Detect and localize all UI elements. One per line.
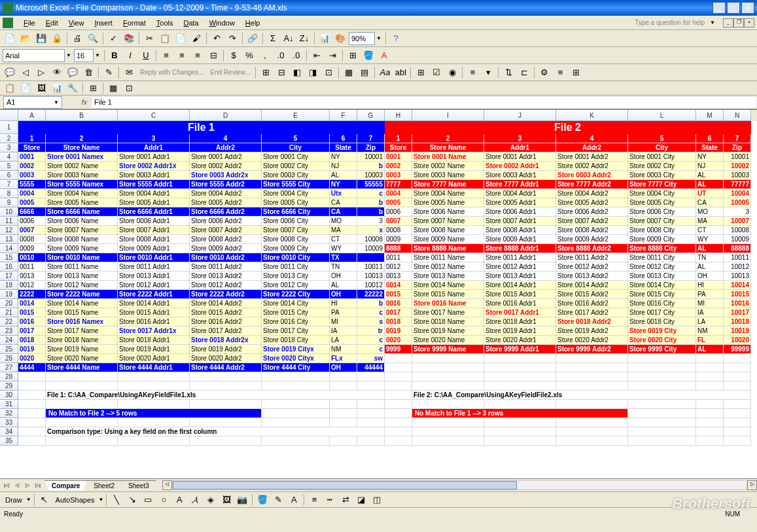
help-dropdown-icon[interactable]: ▼	[710, 20, 715, 26]
draw-dropdown-icon[interactable]: ▼	[26, 497, 31, 503]
file2-r1-c3[interactable]: Store 0002 Addr2	[556, 162, 628, 171]
file2-r6-c6[interactable]: 3	[724, 207, 751, 217]
empty-cell[interactable]	[412, 354, 484, 363]
empty-cell[interactable]	[484, 363, 556, 372]
empty-cell[interactable]	[118, 418, 190, 427]
file2-r0-c5[interactable]: NY	[696, 152, 724, 162]
file1-r9-c4[interactable]: Store 0008 City	[262, 235, 330, 244]
empty-cell[interactable]	[262, 418, 330, 427]
minimize-button[interactable]: _	[713, 2, 726, 14]
spelling-button[interactable]: ✓	[106, 31, 120, 46]
file2-r5-c3[interactable]: Store 0005 Addr2	[556, 198, 628, 207]
file2-colnum-3[interactable]: 3	[484, 134, 556, 143]
file1-r20-c4[interactable]: Store 0018 City	[262, 336, 330, 345]
file1-r8-c3[interactable]: Store 0007 Addr2	[190, 226, 262, 235]
file2-r21-c3[interactable]: Store 9999 Addr2	[556, 345, 628, 354]
file1-r5-c2[interactable]: Store 0005 Addr1	[118, 198, 190, 207]
file2-r13-c5[interactable]: OH	[696, 272, 724, 281]
file2-r17-c4[interactable]: Store 0017 City	[628, 308, 696, 317]
file1-r6-c0[interactable]: 6666	[18, 207, 46, 217]
row-header-34[interactable]: 34	[0, 427, 18, 436]
autosum-button[interactable]: Σ	[266, 31, 280, 46]
file2-r12-c1[interactable]: Store 0012 Name	[412, 262, 484, 272]
col-header-C[interactable]: C	[118, 110, 190, 121]
new-button[interactable]: 📄	[3, 31, 17, 46]
file2-r3-c4[interactable]: Store 7777 City	[628, 180, 696, 189]
empty-cell[interactable]	[190, 436, 262, 446]
menu-view[interactable]: View	[63, 18, 90, 28]
row-header-20[interactable]: 20	[0, 299, 18, 308]
file1-r6-c2[interactable]: Store 6666 Addr1	[118, 207, 190, 217]
file1-r22-c4[interactable]: Store 0020 Cityx	[262, 354, 330, 363]
file1-r10-c3[interactable]: Store 0009 Addr2	[190, 244, 262, 253]
file1-r22-c5[interactable]: FLx	[330, 354, 357, 363]
col-header-G[interactable]: G	[357, 110, 385, 121]
row-header-10[interactable]: 10	[0, 207, 18, 217]
cell[interactable]	[18, 427, 46, 436]
empty-cell[interactable]	[696, 354, 724, 363]
file1-r16-c2[interactable]: Store 0014 Addr1	[118, 299, 190, 308]
no-match-file1[interactable]: No Match to File 1 --> 3 rows	[412, 409, 628, 418]
empty-cell[interactable]	[556, 436, 628, 446]
file1-r0-c1[interactable]: Store 0001 Namex	[46, 152, 118, 162]
sort-asc-button[interactable]: A↓	[281, 31, 296, 46]
file1-colnum-1[interactable]: 1	[18, 134, 46, 143]
file1-r18-c4[interactable]: Store 0016 City	[262, 317, 330, 327]
file2-r2-c4[interactable]: Store 0003 City	[628, 171, 696, 180]
fill-color-button[interactable]: 🪣	[361, 48, 376, 63]
col-header-D[interactable]: D	[190, 110, 262, 121]
file1-r0-c0[interactable]: 0001	[18, 152, 46, 162]
file1-r7-c5[interactable]: MO	[330, 217, 357, 226]
misc-button-6[interactable]: ▦	[342, 65, 356, 80]
formula-input[interactable]: File 1	[91, 96, 757, 109]
misc-button-3[interactable]: ◧	[290, 65, 304, 80]
sheet-tab-sheet3[interactable]: Sheet3	[121, 480, 156, 491]
ext-btn-8[interactable]: ⊡	[122, 81, 136, 96]
col-header-H[interactable]: H	[385, 110, 412, 121]
file1-r16-c3[interactable]: Store 0014 Addr2	[190, 299, 262, 308]
dash-style-button[interactable]: ┅	[323, 493, 337, 507]
file1-r10-c1[interactable]: Store 0009 Name	[46, 244, 118, 253]
file1-r12-c0[interactable]: 0011	[18, 262, 46, 272]
menu-help[interactable]: Help	[240, 18, 266, 28]
col-header-K[interactable]: K	[556, 110, 628, 121]
file1-r9-c2[interactable]: Store 0008 Addr1	[118, 235, 190, 244]
toggle-grid-button[interactable]: ⊞	[569, 65, 583, 80]
autoshapes-menu[interactable]: AutoShapes	[53, 496, 97, 504]
abl-button[interactable]: abl	[393, 65, 408, 80]
file1-r14-c4[interactable]: Store 0012 City	[262, 281, 330, 290]
row-header-3[interactable]: 3	[0, 143, 18, 152]
file2-r15-c1[interactable]: Store 0015 Name	[412, 290, 484, 299]
file1-colnum-7[interactable]: 7	[357, 134, 385, 143]
file1-r16-c4[interactable]: Store 0014 City	[262, 299, 330, 308]
col-header-I[interactable]: I	[412, 110, 484, 121]
file2-r20-c3[interactable]: Store 0020 Addr2	[556, 336, 628, 345]
empty-cell[interactable]	[330, 372, 357, 381]
empty-cell[interactable]	[412, 363, 484, 372]
file2-r6-c4[interactable]: Store 0006 City	[628, 207, 696, 217]
oval-button[interactable]: ○	[156, 493, 171, 507]
file1-r6-c5[interactable]: CA	[330, 207, 357, 217]
empty-cell[interactable]	[262, 381, 330, 391]
file2-r14-c5[interactable]: HI	[696, 281, 724, 290]
file2-path[interactable]: File 2: C:\AA_Compare\UsingAKeyFieldFile…	[412, 391, 751, 400]
ext-btn-5[interactable]: 🔧	[65, 81, 80, 96]
file1-r18-c3[interactable]: Store 0016 Addr2	[190, 317, 262, 327]
empty-cell[interactable]	[484, 400, 556, 409]
file2-r20-c4[interactable]: Store 0020 City	[628, 336, 696, 345]
row-header-23[interactable]: 23	[0, 327, 18, 336]
file1-r21-c0[interactable]: 0019	[18, 345, 46, 354]
file2-r18-c4[interactable]: Store 0018 City	[628, 317, 696, 327]
file1-r14-c0[interactable]: 0012	[18, 281, 46, 290]
misc-button-4[interactable]: ◨	[306, 65, 320, 80]
underline-button[interactable]: U	[139, 48, 153, 63]
file1-r19-c0[interactable]: 0017	[18, 327, 46, 336]
checkbox-button[interactable]: ☑	[429, 65, 444, 80]
file1-r8-c0[interactable]: 0007	[18, 226, 46, 235]
bold-button[interactable]: B	[107, 48, 122, 63]
file1-header-4[interactable]: City	[262, 143, 330, 152]
file2-r3-c3[interactable]: Store 7777 Addr2	[556, 180, 628, 189]
ext-btn-6[interactable]: ⊞	[86, 81, 100, 96]
file1-r16-c0[interactable]: 0014	[18, 299, 46, 308]
empty-cell[interactable]	[18, 381, 46, 391]
